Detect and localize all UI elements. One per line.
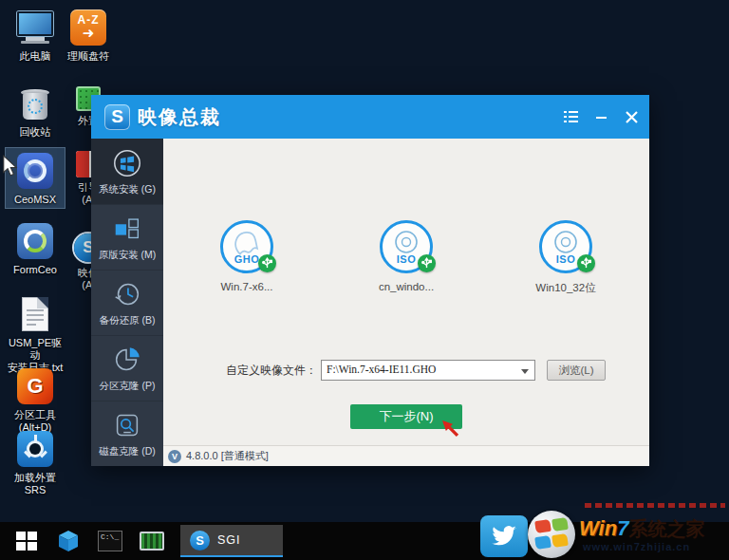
sidebar-item-backup-restore[interactable]: 备份还原 (B) xyxy=(91,270,163,335)
desktop-icon-formceo[interactable]: FormCeo xyxy=(6,221,65,276)
sidebar-item-partition-clone[interactable]: 分区克隆 (P) xyxy=(91,335,163,401)
chevron-down-icon[interactable] xyxy=(521,369,529,378)
minimize-icon[interactable] xyxy=(592,108,609,125)
image-path-value: F:\Win.7-x64-IE11.GHO xyxy=(327,364,436,375)
watermark-red-text xyxy=(585,503,725,508)
desktop: 此电脑 回收站 CeoMSX FormCeo USM_PE驱动安装日志.txt … xyxy=(0,0,729,560)
taskbar-cmd-app[interactable]: C:\_ xyxy=(95,526,125,556)
image-item-iso-1[interactable]: ISO cn_windo... xyxy=(353,220,459,295)
windows-squares-icon xyxy=(111,213,143,245)
sidebar-item-original-install[interactable]: 原版安装 (M) xyxy=(91,204,163,270)
image-list: GHO Win.7-x6... ISO xyxy=(163,220,649,295)
windows-orb-icon xyxy=(528,511,575,558)
desktop-icon-load-srs[interactable]: 加载外置SRS xyxy=(6,429,65,496)
cube-icon xyxy=(56,529,81,553)
taskbar-cube-app[interactable] xyxy=(53,526,84,556)
taskbar-monitor-app[interactable] xyxy=(137,526,167,556)
twitter-icon xyxy=(480,515,528,557)
close-icon[interactable] xyxy=(623,108,640,125)
start-button[interactable] xyxy=(11,526,42,556)
red-arrow-pointer xyxy=(442,420,463,441)
icon-label: 回收站 xyxy=(6,126,65,139)
diskgenius-icon: G xyxy=(6,366,65,406)
window-title: 映像总裁 xyxy=(138,104,221,130)
windows-circle-icon xyxy=(111,147,143,179)
browse-button[interactable]: 浏览(L) xyxy=(547,360,606,381)
version-text: 4.8.0.0 [普通模式] xyxy=(186,449,269,463)
icon-label: FormCeo xyxy=(6,264,65,276)
watermark-url: www.win7zhijia.cn xyxy=(583,541,690,552)
usb-badge-icon xyxy=(418,254,436,272)
window-titlebar[interactable]: S 映像总裁 xyxy=(91,95,649,139)
history-clock-icon xyxy=(111,278,143,310)
icon-label: 加载外置SRS xyxy=(6,472,65,496)
custom-image-form: 自定义映像文件： F:\Win.7-x64-IE11.GHO 浏览(L) xyxy=(192,360,606,381)
image-item-gho[interactable]: GHO Win.7-x6... xyxy=(194,220,300,295)
status-bar: V 4.8.0.0 [普通模式] xyxy=(163,445,649,466)
command-prompt-icon: C:\_ xyxy=(98,531,122,551)
srs-icon xyxy=(6,429,65,469)
icon-label: CeoMSX xyxy=(6,194,65,206)
image-item-iso-2[interactable]: ISO Win10_32位 xyxy=(513,220,619,295)
window-content: GHO Win.7-x6... ISO xyxy=(163,139,649,466)
desktop-icon-recycle-bin[interactable]: 回收站 xyxy=(6,84,65,139)
image-path-combobox[interactable]: F:\Win.7-x64-IE11.GHO xyxy=(321,360,535,381)
text-file-icon xyxy=(6,294,65,334)
taskbar-task-sgi[interactable]: S SGI xyxy=(180,525,283,557)
usb-badge-icon xyxy=(258,254,276,272)
sgi-app-window: S 映像总裁 系统安装 (G) xyxy=(91,95,649,466)
icon-label: 此电脑 xyxy=(6,50,65,63)
desktop-icon-sort-drives[interactable]: A-Z➜ 理顺盘符 xyxy=(61,8,116,63)
icon-label: 理顺盘符 xyxy=(61,50,116,63)
windows-start-icon xyxy=(16,532,37,551)
version-badge: V xyxy=(168,450,181,463)
mouse-cursor xyxy=(2,155,19,177)
recycle-bin-icon xyxy=(6,84,65,123)
desktop-icon-diskgenius[interactable]: G 分区工具(Alt+D) xyxy=(6,366,65,434)
desktop-icon-usm-log[interactable]: USM_PE驱动安装日志.txt xyxy=(6,294,65,374)
sgi-logo-icon: S xyxy=(190,531,210,551)
disk-search-icon xyxy=(111,409,143,441)
app-logo-icon: S xyxy=(104,104,130,130)
watermark: Win7系统之家 www.win7zhijia.cn xyxy=(528,501,729,560)
sidebar-item-system-install[interactable]: 系统安装 (G) xyxy=(91,139,163,204)
sidebar: 系统安装 (G) 原版安装 (M) 备份还原 (B) xyxy=(91,139,163,466)
watermark-brand: Win7系统之家 xyxy=(579,516,704,542)
formceo-icon xyxy=(6,221,65,261)
pie-chart-icon xyxy=(111,344,143,376)
az-sort-icon: A-Z➜ xyxy=(61,8,116,47)
desktop-icon-this-pc[interactable]: 此电脑 xyxy=(6,8,65,63)
custom-image-label: 自定义映像文件： xyxy=(192,363,317,379)
sidebar-item-disk-clone[interactable]: 磁盘克隆 (D) xyxy=(91,401,163,466)
computer-icon xyxy=(6,8,65,47)
menu-icon[interactable] xyxy=(562,108,579,125)
monitor-icon xyxy=(140,532,164,551)
usb-badge-icon xyxy=(577,254,595,272)
